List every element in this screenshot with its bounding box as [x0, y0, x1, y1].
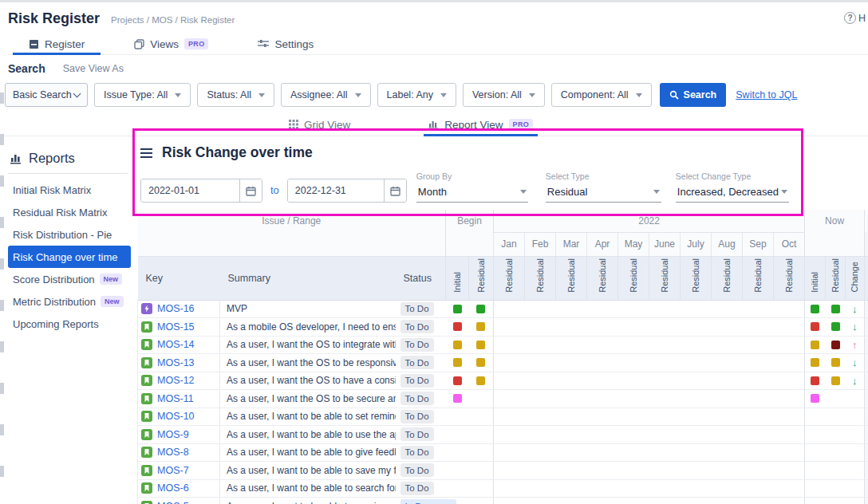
decrease-arrow-icon: ↓ [852, 321, 858, 333]
now-residual-cell [826, 390, 846, 408]
switch-to-jql-link[interactable]: Switch to JQL [736, 89, 797, 100]
risk-square-gold [453, 358, 462, 367]
issue-key-link[interactable]: MOS-8 [157, 447, 189, 458]
report-title: Risk Change over time [162, 144, 313, 161]
issue-key-link[interactable]: MOS-12 [157, 375, 195, 386]
now-initial-cell [805, 300, 826, 318]
sidebar-item-risk-change-over-time[interactable]: Risk Change over time [8, 246, 131, 268]
story-icon [141, 321, 152, 333]
months-track [494, 479, 805, 498]
issue-key-link[interactable]: MOS-11 [157, 393, 194, 404]
months-track [494, 300, 805, 318]
dropdown-arrow-icon [258, 93, 265, 97]
now-initial-cell [805, 336, 826, 354]
risk-square-gold [476, 322, 485, 331]
report-view-toggle[interactable]: Report View PRO [428, 113, 533, 136]
save-view-as-link[interactable]: Save View As [63, 63, 124, 74]
issue-key-link[interactable]: MOS-9 [157, 429, 189, 440]
filler-cell [865, 443, 868, 462]
filter-chip-2[interactable]: Assignee: All [281, 83, 371, 107]
issue-status-cell: To Do [396, 390, 446, 408]
story-icon [141, 465, 152, 476]
status-badge: To Do [400, 446, 434, 459]
now-initial-cell [805, 462, 826, 480]
change-cell [846, 390, 865, 408]
col-residual-may: Residual [618, 256, 649, 300]
filler-cell [865, 318, 868, 337]
issue-key-link[interactable]: MOS-5 [157, 501, 189, 504]
tab-register[interactable]: Register [27, 33, 86, 54]
filter-chip-5[interactable]: Component: All [551, 83, 652, 107]
group-now: Now [805, 210, 865, 232]
risk-square-gold [476, 341, 485, 349]
begin-residual-cell [469, 443, 494, 462]
issue-key-link[interactable]: MOS-14 [157, 339, 195, 350]
filter-chip-0[interactable]: Issue Type: All [94, 83, 191, 107]
status-badge: To Do [400, 410, 434, 423]
issue-status-cell: To Do [396, 354, 446, 372]
reports-icon [10, 152, 22, 164]
change-cell [846, 443, 865, 462]
filter-chip-4[interactable]: Version: All [463, 83, 545, 107]
month-header-mar: Mar [556, 232, 587, 256]
date-from-input[interactable] [141, 179, 239, 202]
col-residual-apr: Residual [587, 256, 618, 300]
search-row: Search Save View As [0, 55, 868, 81]
dropdown-arrow-icon [781, 190, 787, 194]
issue-summary: As a mobile OS developer, I need to ensu… [220, 318, 396, 337]
sidebar-item-score-distribution[interactable]: Score DistributionNew [8, 268, 131, 290]
now-residual-cell [826, 336, 846, 354]
help-link[interactable]: ? H [844, 12, 866, 24]
issue-key-cell: MOS-10 [138, 408, 220, 426]
filter-chip-1[interactable]: Status: All [197, 83, 274, 107]
grid-view-toggle[interactable]: Grid View [289, 113, 350, 136]
decrease-arrow-icon: ↓ [852, 356, 858, 368]
issue-key-link[interactable]: MOS-10 [157, 411, 195, 422]
search-mode-select[interactable]: Basic Search [5, 83, 88, 107]
issue-key-cell: MOS-12 [138, 372, 220, 390]
issue-key-link[interactable]: MOS-15 [157, 321, 195, 333]
tab-settings[interactable]: Settings [256, 33, 315, 54]
begin-initial-cell [446, 426, 469, 444]
report-menu-icon[interactable] [140, 148, 152, 158]
tab-views[interactable]: Views PRO [132, 33, 210, 54]
begin-initial-cell [446, 390, 469, 408]
calendar-icon[interactable] [239, 179, 262, 202]
calendar-icon[interactable] [384, 179, 406, 202]
change-cell: ↓ [846, 318, 865, 337]
col-residual-mar: Residual [556, 256, 587, 300]
now-residual-cell [826, 426, 846, 444]
issue-status-cell: To Do [396, 300, 446, 318]
group-by-select[interactable]: Group By Month [416, 171, 528, 203]
sidebar-item-upcoming-reports[interactable]: Upcoming Reports [8, 313, 131, 335]
date-to-input[interactable] [288, 179, 384, 202]
table-row-mos-7: MOS-7As a user, I want to be able to sav… [138, 462, 868, 480]
group-year: 2022 [494, 210, 805, 232]
begin-residual-cell [469, 354, 494, 372]
search-button[interactable]: Search [660, 83, 727, 107]
sidebar-item-initial-risk-matrix[interactable]: Initial Risk Matrix [8, 179, 131, 201]
issue-status-cell: In Progress [396, 498, 446, 504]
sidebar-item-residual-risk-matrix[interactable]: Residual Risk Matrix [8, 201, 131, 223]
status-badge: To Do [400, 374, 434, 388]
filter-chip-3[interactable]: Label: Any [377, 83, 456, 107]
date-range-to-label: to [270, 184, 279, 196]
dropdown-arrow-icon [355, 93, 361, 97]
now-residual-cell [826, 318, 846, 337]
issue-key-link[interactable]: MOS-6 [157, 482, 189, 494]
increase-arrow-icon: ↑ [852, 339, 858, 351]
page-title: Risk Register [8, 10, 100, 27]
issue-key-link[interactable]: MOS-13 [157, 357, 195, 368]
sidebar-item-risk-distribution-pie[interactable]: Risk Distribution - Pie [8, 223, 131, 246]
risk-square-gold [811, 358, 819, 367]
issue-key-link[interactable]: MOS-16 [157, 303, 195, 314]
month-header-jan: Jan [494, 232, 525, 256]
risk-square-green [476, 305, 485, 313]
new-badge: New [101, 296, 124, 307]
sidebar-item-metric-distribution[interactable]: Metric DistributionNew [8, 290, 131, 313]
begin-residual-cell [469, 336, 494, 354]
decrease-arrow-icon: ↓ [852, 303, 858, 315]
issue-key-link[interactable]: MOS-7 [157, 465, 189, 476]
select-type-select[interactable]: Select Type Residual [546, 171, 661, 203]
select-change-type-select[interactable]: Select Change Type Increased, Decreased [676, 171, 789, 203]
